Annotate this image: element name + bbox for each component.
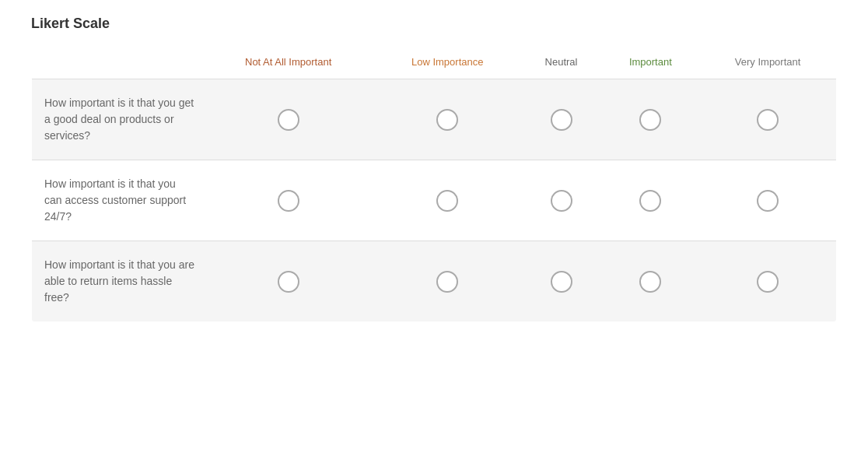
radio-low-importance[interactable] — [436, 109, 458, 131]
radio-cell-very-important — [699, 241, 836, 322]
radio-cell-neutral — [521, 79, 602, 160]
radio-not-at-all[interactable] — [278, 271, 299, 293]
radio-cell-important — [601, 79, 699, 160]
header-not-at-all: Not At All Important — [203, 45, 374, 79]
table-row: How important is it that you are able to… — [32, 241, 837, 322]
radio-not-at-all[interactable] — [278, 190, 299, 212]
table-row: How important is it that you can access … — [32, 160, 837, 241]
radio-cell-not-at-all — [203, 241, 374, 322]
header-neutral: Neutral — [521, 45, 602, 79]
radio-important[interactable] — [639, 109, 661, 131]
header-question — [32, 45, 203, 79]
radio-very-important[interactable] — [757, 271, 779, 293]
radio-neutral[interactable] — [551, 271, 572, 293]
likert-scale-table: Not At All Important Low Importance Neut… — [31, 44, 837, 322]
question-cell: How important is it that you get a good … — [32, 79, 203, 160]
radio-very-important[interactable] — [757, 109, 779, 131]
header-important: Important — [601, 45, 699, 79]
radio-cell-important — [601, 241, 699, 322]
question-cell: How important is it that you are able to… — [32, 241, 203, 322]
radio-low-importance[interactable] — [436, 271, 458, 293]
header-low-importance: Low Importance — [374, 45, 521, 79]
question-cell: How important is it that you can access … — [32, 160, 203, 241]
radio-cell-low-importance — [374, 241, 521, 322]
radio-cell-not-at-all — [203, 160, 374, 241]
radio-important[interactable] — [639, 271, 661, 293]
radio-neutral[interactable] — [551, 190, 572, 212]
radio-very-important[interactable] — [757, 190, 779, 212]
page-title: Likert Scale — [31, 16, 837, 32]
radio-cell-neutral — [521, 241, 602, 322]
radio-not-at-all[interactable] — [278, 109, 299, 131]
radio-neutral[interactable] — [551, 109, 572, 131]
radio-cell-neutral — [521, 160, 602, 241]
radio-cell-important — [601, 160, 699, 241]
radio-cell-very-important — [699, 160, 836, 241]
radio-cell-very-important — [699, 79, 836, 160]
radio-cell-low-importance — [374, 79, 521, 160]
radio-low-importance[interactable] — [436, 190, 458, 212]
radio-cell-low-importance — [374, 160, 521, 241]
radio-important[interactable] — [639, 190, 661, 212]
radio-cell-not-at-all — [203, 79, 374, 160]
table-header-row: Not At All Important Low Importance Neut… — [32, 45, 837, 79]
header-very-important: Very Important — [699, 45, 836, 79]
table-row: How important is it that you get a good … — [32, 79, 837, 160]
